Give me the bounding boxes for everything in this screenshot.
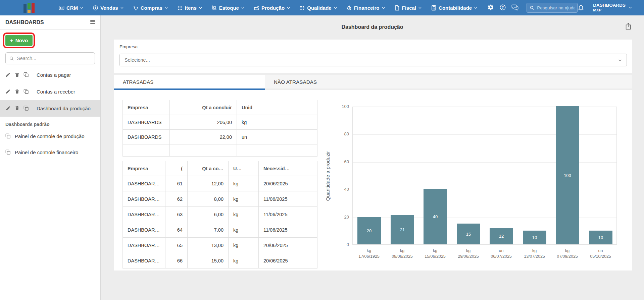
copy-icon[interactable] (23, 72, 29, 77)
bell-icon[interactable] (578, 4, 584, 12)
nav-menu-qualidade[interactable]: Qualidade (299, 5, 337, 11)
items-icon (177, 5, 183, 11)
table-row: DASHBOARDS6513,00kg20/06/2025 (123, 238, 317, 253)
chevron-down-icon (241, 6, 245, 10)
sidebar-item-dashboard-da-producao[interactable]: Dashboard da produção (0, 100, 100, 117)
chat-icon[interactable] (511, 4, 518, 12)
cell: DASHBOARDS (123, 130, 170, 144)
cell: 11/06/2025 (259, 222, 317, 238)
nav-menu-financeiro[interactable]: $Financeiro (346, 5, 385, 11)
nav-menu-label: Itens (185, 5, 197, 11)
nav-menu-contabilidade[interactable]: Contabilidade (431, 5, 478, 11)
x-axis-label: kg15/06/2025 (418, 248, 452, 259)
nav-menu-producao[interactable]: Produção (254, 5, 290, 11)
x-axis-label: un05/10/2025 (584, 248, 617, 259)
empresa-select[interactable]: Selecione... (119, 54, 627, 66)
chevron-down-icon (80, 6, 84, 10)
sidebar-item-painel-de-controle-de-producao[interactable]: Painel de controle de produção (0, 128, 100, 144)
trash-icon[interactable] (14, 72, 20, 77)
crm-icon (59, 5, 64, 11)
cell (123, 144, 170, 157)
purchases-icon (133, 5, 139, 11)
pencil-icon[interactable] (5, 89, 11, 94)
sidebar-item-contas-a-pagar[interactable]: Contas a pagar (0, 66, 100, 83)
column-header: U… (229, 161, 259, 176)
cell: 8,00 (188, 191, 229, 207)
accounting-icon (431, 5, 437, 11)
chevron-down-icon (382, 6, 385, 10)
nav-menu-fiscal[interactable]: Fiscal (394, 5, 422, 11)
chevron-down-icon (474, 6, 478, 10)
chart-bar: 15 (457, 224, 480, 244)
nav-menu-estoque[interactable]: Estoque (211, 5, 245, 11)
cell: 61 (165, 176, 188, 191)
x-axis-label: kg29/06/2025 (452, 248, 485, 259)
chart-bar: 12 (490, 228, 513, 244)
plot-area: 20214015121010010 (352, 107, 617, 245)
tab-content: EmpresaQt a concluirUnidDASHBOARDS206,00… (114, 90, 632, 271)
fiscal-icon (394, 5, 400, 11)
sidebar-item-contas-a-receber[interactable]: Contas a receber (0, 83, 100, 100)
sidebar-search-input[interactable] (17, 56, 91, 61)
gear-icon[interactable] (487, 4, 494, 12)
help-search-input[interactable] (537, 5, 575, 10)
copy-icon[interactable] (5, 133, 11, 139)
tab-atrasadas[interactable]: ATRASADAS (114, 75, 265, 90)
sidebar-item-painel-de-controle-financeiro[interactable]: Painel de controle financeiro (0, 144, 100, 160)
cell: DASHBOARDS (123, 207, 165, 222)
cell: 7,00 (188, 222, 229, 238)
sidebar-search-box[interactable] (5, 52, 95, 64)
logo-bar (23, 4, 27, 13)
nav-menu-vendas[interactable]: $Vendas (93, 5, 124, 11)
chart-bar: 20 (357, 217, 381, 244)
cell: DASHBOARDS (123, 115, 170, 130)
table-row: DASHBOARDS22,00un (123, 130, 317, 144)
copy-icon[interactable] (23, 89, 29, 94)
nav-menu-label: Contabilidade (439, 5, 472, 11)
tab-bar: ATRASADAS NÃO ATRASADAS (114, 75, 632, 90)
nav-menu-crm[interactable]: CRM (59, 5, 84, 11)
app-logo[interactable] (23, 3, 35, 13)
nav-menu-itens[interactable]: Itens (177, 5, 202, 11)
help-icon[interactable]: ? (499, 4, 506, 12)
user-menu[interactable]: DASHBOARDS MXP (593, 3, 644, 13)
cell: DASHBOARDS (123, 222, 165, 238)
cell: un (237, 130, 317, 144)
chart-bar-label: 12 (499, 234, 504, 239)
empresa-label: Empresa (119, 44, 627, 49)
chart-bar: 10 (523, 231, 546, 244)
nav-menu-label: Fiscal (402, 5, 416, 11)
table-row: DASHBOARDS628,00kg11/06/2025 (123, 191, 317, 207)
nav-menus: CRM$VendasComprasItensEstoqueProduçãoQua… (59, 5, 487, 11)
chart-bar: 21 (391, 215, 414, 244)
copy-icon[interactable] (23, 106, 29, 111)
chart-bar: 100 (556, 106, 579, 244)
table-row: DASHBOARDS647,00kg11/06/2025 (123, 222, 317, 238)
new-dashboard-button[interactable]: + Novo (5, 35, 33, 46)
cell: 64 (165, 222, 188, 238)
trash-icon[interactable] (14, 89, 20, 94)
nav-menu-compras[interactable]: Compras (133, 5, 168, 11)
user-name: DASHBOARDS (593, 3, 626, 8)
nav-menu-label: Financeiro (354, 5, 380, 11)
chart-bar-label: 40 (433, 214, 438, 219)
trash-icon[interactable] (14, 106, 20, 111)
hamburger-icon[interactable] (90, 19, 96, 26)
production-icon (254, 5, 259, 11)
chart-bar: 10 (589, 231, 612, 244)
help-search-box[interactable] (527, 3, 578, 13)
table-row (123, 144, 317, 157)
new-button-label: Novo (15, 38, 28, 43)
sidebar-title: DASHBOARDS (5, 19, 44, 25)
pencil-icon[interactable] (5, 106, 11, 111)
tab-label: NÃO ATRASADAS (274, 79, 317, 85)
sidebar-item-label: Contas a pagar (37, 72, 71, 78)
copy-icon[interactable] (5, 149, 11, 155)
tab-nao-atrasadas[interactable]: NÃO ATRASADAS (265, 75, 632, 90)
cell: 20/06/2025 (259, 238, 317, 253)
y-axis-tick: 80 (335, 131, 349, 136)
pencil-icon[interactable] (5, 72, 11, 77)
share-icon[interactable] (625, 23, 632, 31)
y-axis-tick: 100 (335, 104, 349, 109)
empresa-select-value: Selecione... (125, 57, 150, 63)
